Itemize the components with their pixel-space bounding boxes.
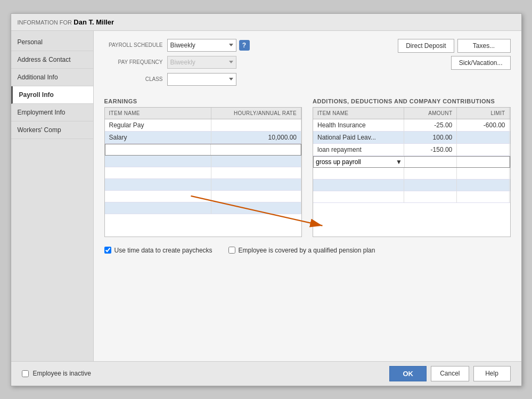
main-dialog: INFORMATION FOR Dan T. Miller Personal A… xyxy=(11,13,522,386)
additions-limit-0: -600.00 xyxy=(457,119,510,131)
earnings-item-name-1: Salary xyxy=(105,132,211,143)
additions-item-name-0: Health Insurance xyxy=(313,119,404,131)
table-row[interactable] xyxy=(105,179,302,191)
earnings-col-rate: HOURLY/ANNUAL RATE xyxy=(211,108,302,119)
direct-deposit-button[interactable]: Direct Deposit xyxy=(398,39,454,53)
title-bar: INFORMATION FOR Dan T. Miller xyxy=(11,14,521,31)
sidebar: Personal Address & Contact Additional In… xyxy=(11,31,94,361)
additions-amount-2: -150.00 xyxy=(404,144,457,156)
earnings-col-item-name: ITEM NAME xyxy=(105,108,211,119)
additions-item-name-2: loan repayment xyxy=(313,144,404,156)
gross-up-row[interactable]: ▼ xyxy=(313,156,510,168)
earnings-table-body: Regular Pay Salary 10,000.00 xyxy=(105,119,302,237)
pension-plan-checkbox-row: Employee is covered by a qualified pensi… xyxy=(228,247,375,254)
employee-inactive-checkbox[interactable] xyxy=(22,370,29,377)
footer-right: OK Cancel Help xyxy=(389,366,510,381)
form-fields: PAYROLL SCHEDULE Biweekly ? PAY FREQUENC… xyxy=(104,39,250,90)
additions-amount-0: -25.00 xyxy=(404,119,457,131)
help-icon-button[interactable]: ? xyxy=(239,40,250,51)
class-group: CLASS xyxy=(104,73,250,86)
right-buttons: Direct Deposit Taxes... Sick/Vacation... xyxy=(398,39,510,70)
additions-col-amount: AMOUNT xyxy=(404,108,457,119)
additions-table: ITEM NAME AMOUNT LIMIT Health Insurance … xyxy=(313,107,511,237)
sidebar-item-personal[interactable]: Personal xyxy=(11,34,93,51)
table-row[interactable]: Regular Pay xyxy=(105,119,302,132)
btn-row-2: Sick/Vacation... xyxy=(451,56,511,70)
gross-up-dropdown-arrow[interactable]: ▼ xyxy=(396,158,402,166)
earnings-col-headers: ITEM NAME HOURLY/ANNUAL RATE xyxy=(105,108,302,119)
additions-table-container: ADDITIONS, DEDUCTIONS AND COMPANY CONTRI… xyxy=(313,98,511,237)
table-row[interactable]: loan repayment -150.00 xyxy=(313,144,510,156)
earnings-section-label: EARNINGS xyxy=(104,98,302,104)
help-button[interactable]: Help xyxy=(473,366,511,381)
gross-up-amount xyxy=(405,157,457,167)
additions-col-item-name: ITEM NAME xyxy=(313,108,404,119)
use-time-data-checkbox[interactable] xyxy=(104,247,111,254)
payroll-schedule-select[interactable]: Biweekly xyxy=(167,39,236,52)
earnings-rate-1: 10,000.00 xyxy=(211,132,302,143)
taxes-button[interactable]: Taxes... xyxy=(457,39,511,53)
additions-section-label: ADDITIONS, DEDUCTIONS AND COMPANY CONTRI… xyxy=(313,98,511,104)
earnings-table: ITEM NAME HOURLY/ANNUAL RATE Regular Pay… xyxy=(104,107,302,237)
earnings-table-container: EARNINGS ITEM NAME HOURLY/ANNUAL RATE Re… xyxy=(104,98,302,237)
gross-up-dropdown-cell[interactable]: ▼ xyxy=(314,157,405,167)
gross-up-limit xyxy=(457,157,509,167)
sidebar-item-workers-comp[interactable]: Workers' Comp xyxy=(11,121,93,139)
payroll-schedule-label: PAYROLL SCHEDULE xyxy=(104,42,163,48)
table-row[interactable] xyxy=(105,156,302,167)
table-row[interactable] xyxy=(105,191,302,202)
employee-name: Dan T. Miller xyxy=(73,18,114,26)
class-label: CLASS xyxy=(104,76,163,82)
employee-inactive-label: Employee is inactive xyxy=(33,370,91,377)
footer-left: Employee is inactive xyxy=(22,370,91,377)
additions-limit-1 xyxy=(457,132,510,143)
btn-row-1: Direct Deposit Taxes... xyxy=(398,39,510,53)
earnings-rate-empty xyxy=(211,144,301,155)
pay-frequency-group: PAY FREQUENCY Biweekly xyxy=(104,56,250,69)
top-controls: PAYROLL SCHEDULE Biweekly ? PAY FREQUENC… xyxy=(104,39,511,90)
sidebar-item-payroll-info[interactable]: Payroll Info xyxy=(11,86,93,104)
table-row[interactable]: Health Insurance -25.00 -600.00 xyxy=(313,119,510,132)
sick-vacation-button[interactable]: Sick/Vacation... xyxy=(451,56,511,70)
table-row[interactable] xyxy=(313,191,510,203)
pension-plan-label: Employee is covered by a qualified pensi… xyxy=(239,247,375,254)
cancel-button[interactable]: Cancel xyxy=(431,366,469,381)
payroll-schedule-group: PAYROLL SCHEDULE Biweekly ? xyxy=(104,39,250,52)
sidebar-item-address-contact[interactable]: Address & Contact xyxy=(11,51,93,69)
additions-col-headers: ITEM NAME AMOUNT LIMIT xyxy=(313,108,510,119)
pension-plan-checkbox[interactable] xyxy=(228,247,235,254)
pay-frequency-select[interactable]: Biweekly xyxy=(167,56,236,69)
footer: Employee is inactive OK Cancel Help xyxy=(11,361,521,386)
table-row[interactable]: National Paid Leav... 100.00 xyxy=(313,132,510,144)
earnings-item-name-0: Regular Pay xyxy=(105,119,211,131)
ok-button[interactable]: OK xyxy=(389,366,427,381)
table-row[interactable] xyxy=(105,202,302,214)
additions-table-body: Health Insurance -25.00 -600.00 National… xyxy=(313,119,510,237)
gross-up-input[interactable] xyxy=(316,158,396,166)
class-select[interactable] xyxy=(167,73,236,86)
tables-wrapper: EARNINGS ITEM NAME HOURLY/ANNUAL RATE Re… xyxy=(104,98,511,237)
table-row[interactable] xyxy=(105,167,302,179)
main-content: Personal Address & Contact Additional In… xyxy=(11,31,521,361)
bottom-checkboxes: Use time data to create paychecks Employ… xyxy=(104,242,511,254)
earnings-item-name-empty xyxy=(105,144,211,155)
pay-frequency-label: PAY FREQUENCY xyxy=(104,59,163,65)
table-row-empty-active[interactable] xyxy=(105,144,302,156)
content-area: PAYROLL SCHEDULE Biweekly ? PAY FREQUENC… xyxy=(94,31,521,361)
sidebar-item-additional-info[interactable]: Additional Info xyxy=(11,69,93,86)
additions-item-name-1: National Paid Leav... xyxy=(313,132,404,143)
use-time-data-label: Use time data to create paychecks xyxy=(114,247,212,254)
info-label: INFORMATION FOR xyxy=(18,19,72,26)
additions-amount-1: 100.00 xyxy=(404,132,457,143)
table-row[interactable] xyxy=(313,180,510,191)
tables-section: EARNINGS ITEM NAME HOURLY/ANNUAL RATE Re… xyxy=(104,98,511,237)
sidebar-item-employment-info[interactable]: Employment Info xyxy=(11,104,93,121)
table-row[interactable] xyxy=(313,168,510,180)
table-row[interactable]: Salary 10,000.00 xyxy=(105,132,302,144)
use-time-data-checkbox-row: Use time data to create paychecks xyxy=(104,247,212,254)
additions-col-limit: LIMIT xyxy=(457,108,510,119)
additions-limit-2 xyxy=(457,144,510,156)
earnings-rate-0 xyxy=(211,119,302,131)
